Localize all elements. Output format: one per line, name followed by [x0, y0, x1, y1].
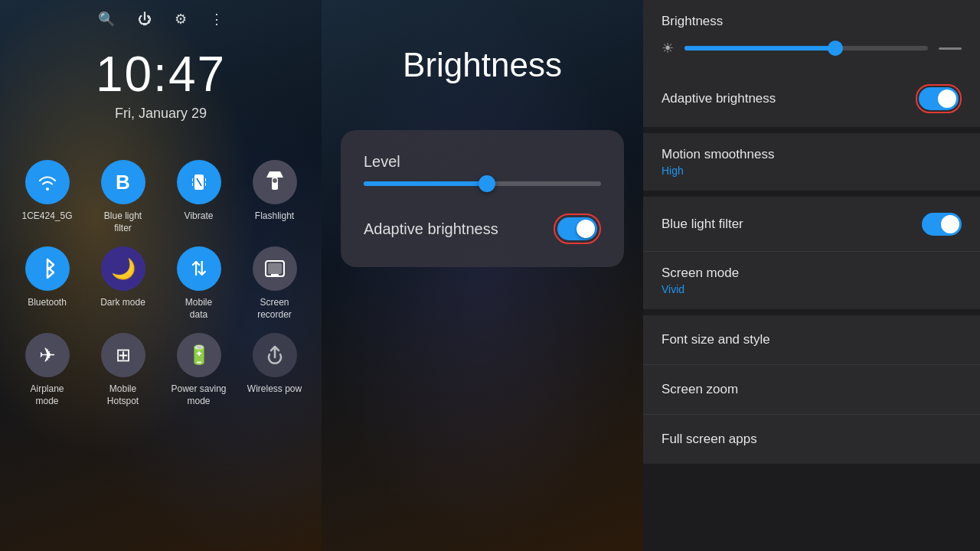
clock-time: 10:47: [0, 46, 322, 103]
display-options-section: Font size and style Screen zoom Full scr…: [643, 315, 980, 464]
level-label: Level: [364, 153, 601, 171]
brightness-settings-row: Brightness ☀: [643, 0, 980, 70]
motion-smoothness-text: Motion smoothness High: [662, 147, 962, 177]
flashlight-tile-icon: [253, 160, 297, 204]
adaptive-brightness-settings-label: Adaptive brightness: [662, 91, 776, 106]
motion-smoothness-section: Motion smoothness High: [643, 133, 980, 191]
blue-light-tile-label: Blue lightfilter: [104, 210, 142, 234]
tile-bluetooth[interactable]: Bluetooth: [15, 246, 79, 321]
tile-mobile-data[interactable]: ⇅ Mobiledata: [167, 246, 230, 321]
divider-3: [643, 309, 980, 315]
blue-light-row: Blue light filter: [643, 197, 980, 252]
wireless-pow-tile-label: Wireless pow: [247, 383, 302, 396]
dark-mode-tile-label: Dark mode: [100, 297, 145, 309]
screen-zoom-row[interactable]: Screen zoom: [643, 365, 980, 415]
tile-dark-mode[interactable]: 🌙 Dark mode: [91, 246, 155, 321]
tile-wireless-pow[interactable]: Wireless pow: [243, 333, 306, 407]
dark-mode-tile-icon: 🌙: [101, 246, 145, 291]
power-saving-tile-label: Power savingmode: [171, 383, 226, 407]
toggle-knob: [577, 220, 595, 238]
tile-airplane[interactable]: ✈ Airplanemode: [15, 333, 79, 407]
search-icon[interactable]: 🔍: [98, 11, 115, 28]
mobile-data-tile-label: Mobiledata: [185, 297, 212, 321]
clock-area: 10:47 Fri, January 29: [0, 46, 322, 122]
svg-point-3: [273, 178, 277, 183]
full-screen-apps-row[interactable]: Full screen apps: [643, 415, 980, 464]
wifi-tile-icon: [25, 160, 70, 204]
tile-screen-recorder[interactable]: Screenrecorder: [243, 246, 306, 321]
vibrate-tile-label: Vibrate: [185, 210, 214, 223]
screen-recorder-tile-label: Screenrecorder: [257, 297, 292, 321]
tile-wifi[interactable]: 1CE424_5G: [15, 160, 79, 234]
motion-smoothness-label: Motion smoothness: [662, 147, 962, 162]
brightness-settings-label: Brightness: [662, 14, 962, 29]
blue-light-settings-label: Blue light filter: [662, 217, 743, 232]
motion-smoothness-value: High: [662, 165, 962, 177]
full-screen-apps-label: Full screen apps: [662, 432, 757, 447]
font-size-label: Font size and style: [662, 332, 770, 347]
settings-brightness-slider[interactable]: [684, 46, 928, 51]
screen-zoom-label: Screen zoom: [662, 382, 738, 397]
adaptive-brightness-toggle[interactable]: [557, 217, 597, 240]
font-size-row[interactable]: Font size and style: [643, 315, 980, 365]
tile-vibrate[interactable]: Vibrate: [167, 160, 230, 234]
adaptive-toggle-knob: [938, 90, 956, 108]
divider-1: [643, 127, 980, 133]
blue-light-toggle[interactable]: [922, 213, 962, 236]
settings-panel: Brightness ☀ Adaptive brightness: [643, 0, 980, 551]
power-icon[interactable]: ⏻: [138, 11, 152, 28]
slider-fill: [364, 181, 487, 186]
adaptive-brightness-settings-toggle[interactable]: [919, 87, 959, 110]
mobile-hotspot-tile-icon: ⊞: [101, 333, 145, 377]
brightness-slider[interactable]: [364, 181, 601, 186]
svg-marker-1: [266, 171, 283, 178]
mobile-data-tile-icon: ⇅: [177, 246, 221, 291]
wireless-pow-tile-icon: [253, 333, 297, 377]
tile-flashlight[interactable]: Flashlight: [243, 160, 306, 234]
bluetooth-tile-label: Bluetooth: [28, 297, 67, 309]
settings-slider-fill: [684, 46, 835, 51]
airplane-tile-icon: ✈: [25, 333, 70, 377]
tile-mobile-hotspot[interactable]: ⊞ MobileHotspot: [91, 333, 155, 407]
airplane-tile-label: Airplanemode: [30, 383, 64, 407]
adaptive-brightness-settings-toggle-border: [916, 84, 962, 113]
screen-mode-row[interactable]: Screen mode Vivid: [643, 252, 980, 309]
lock-screen-panel: 🔍 ⏻ ⚙ ⋮ 10:47 Fri, January 29 1CE424_5G …: [0, 0, 322, 551]
svg-rect-5: [268, 263, 282, 274]
screen-recorder-tile-icon: [253, 246, 297, 291]
brightness-settings-slider-container: ☀: [662, 40, 962, 57]
flashlight-tile-label: Flashlight: [255, 210, 294, 223]
tile-blue-light[interactable]: B Blue lightfilter: [91, 160, 155, 234]
vibrate-tile-icon: [177, 160, 221, 204]
quick-tiles-grid: 1CE424_5G B Blue lightfilter Vibrate: [0, 137, 322, 420]
status-bar: 🔍 ⏻ ⚙ ⋮: [0, 0, 322, 38]
slider-end-indicator: [939, 47, 962, 50]
wifi-tile-label: 1CE424_5G: [21, 210, 72, 223]
power-saving-tile-icon: 🔋: [177, 333, 221, 377]
brightness-panel: Brightness Level Adaptive brightness: [322, 0, 643, 551]
sun-icon: ☀: [662, 40, 674, 57]
blue-light-tile-icon: B: [101, 160, 145, 204]
divider-2: [643, 191, 980, 197]
brightness-popup-card: Level Adaptive brightness: [341, 130, 624, 267]
bluetooth-tile-icon: [25, 246, 70, 291]
clock-date: Fri, January 29: [0, 106, 322, 122]
slider-thumb: [479, 175, 495, 192]
adaptive-brightness-row: Adaptive brightness: [364, 214, 601, 244]
brightness-title: Brightness: [403, 46, 562, 84]
brightness-settings-section: Brightness ☀ Adaptive brightness: [643, 0, 980, 127]
screen-mode-label: Screen mode: [662, 266, 962, 281]
tile-power-saving[interactable]: 🔋 Power savingmode: [167, 333, 230, 407]
settings-icon[interactable]: ⚙: [175, 11, 187, 28]
blue-light-section: Blue light filter Screen mode Vivid: [643, 197, 980, 309]
adaptive-brightness-toggle-wrap: [554, 214, 601, 244]
more-icon[interactable]: ⋮: [210, 11, 224, 28]
settings-slider-thumb: [828, 41, 843, 56]
blue-light-toggle-knob: [941, 215, 959, 233]
screen-mode-value: Vivid: [662, 283, 962, 295]
adaptive-brightness-label: Adaptive brightness: [364, 220, 498, 238]
mobile-hotspot-tile-label: MobileHotspot: [107, 383, 139, 407]
adaptive-brightness-settings-row: Adaptive brightness: [643, 70, 980, 127]
screen-mode-text: Screen mode Vivid: [662, 266, 962, 295]
motion-smoothness-row[interactable]: Motion smoothness High: [643, 133, 980, 191]
